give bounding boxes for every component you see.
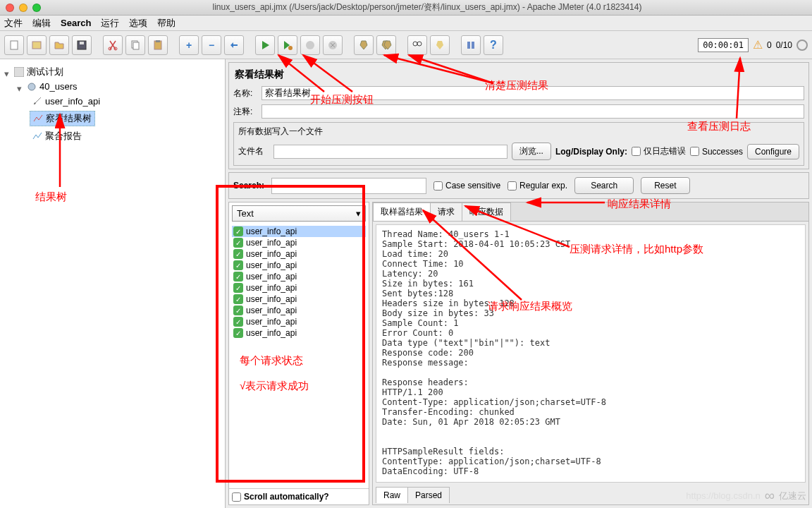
svg-rect-17: [14, 67, 24, 77]
result-item[interactable]: ✓user_info_api: [232, 327, 366, 339]
menu-run[interactable]: 运行: [101, 17, 119, 30]
svg-point-13: [413, 42, 417, 46]
copy-button[interactable]: [125, 35, 145, 55]
svg-point-18: [28, 83, 35, 90]
errors-only-checkbox[interactable]: 仅日志错误: [632, 145, 686, 157]
result-item[interactable]: ✓user_info_api: [232, 226, 366, 237]
menu-file[interactable]: 文件: [4, 17, 23, 30]
search-tree-button[interactable]: [407, 35, 427, 55]
minimize-window-icon[interactable]: [19, 4, 27, 12]
svg-rect-1: [32, 42, 41, 49]
toggle-button[interactable]: [224, 35, 244, 55]
success-icon: ✓: [233, 306, 243, 315]
configure-button[interactable]: Configure: [747, 144, 799, 159]
filename-label: 文件名: [238, 145, 269, 157]
maximize-window-icon[interactable]: [32, 4, 41, 12]
start-no-pause-button[interactable]: [278, 35, 297, 55]
svg-point-11: [306, 41, 314, 49]
tab-response-data[interactable]: 响应数据: [462, 202, 511, 221]
toolbar: + − ? 00:00:01 ⚠ 0 0/10: [0, 31, 812, 59]
tab-request[interactable]: 请求: [430, 202, 462, 221]
menu-options[interactable]: 选项: [129, 17, 147, 30]
svg-rect-9: [156, 40, 160, 42]
result-item[interactable]: ✓user_info_api: [232, 260, 366, 271]
success-icon: ✓: [233, 238, 243, 248]
menu-bar: 文件 编辑 Search 运行 选项 帮助: [0, 16, 812, 31]
help-button[interactable]: ?: [484, 35, 503, 55]
templates-button[interactable]: [27, 35, 47, 55]
search-input[interactable]: [271, 178, 426, 194]
tree-view-results: 察看结果树: [30, 111, 95, 126]
gauge-icon: [796, 40, 808, 51]
tree-thread-group: 40_users: [24, 80, 80, 92]
renderer-dropdown[interactable]: Text ▾: [232, 205, 366, 222]
tree-root: 测试计划: [11, 65, 66, 79]
detail-text[interactable]: Thread Name: 40_users 1-1 Sample Start: …: [376, 224, 806, 483]
svg-rect-0: [11, 41, 18, 49]
file-legend: 所有数据写入一个文件: [238, 126, 799, 138]
filename-input[interactable]: [273, 145, 508, 159]
result-item[interactable]: ✓user_info_api: [232, 294, 366, 305]
function-helper-button[interactable]: [461, 35, 481, 55]
start-button[interactable]: [255, 35, 275, 55]
regex-checkbox[interactable]: Regular exp.: [508, 181, 567, 190]
reset-search-button[interactable]: [430, 35, 450, 55]
reset-button[interactable]: Reset: [641, 177, 689, 194]
logdisplay-label: Log/Display Only:: [555, 147, 627, 157]
success-icon: ✓: [233, 226, 243, 236]
svg-rect-15: [467, 42, 470, 49]
titlebar: linux_users_api.jmx (/Users/jack/Desktop…: [0, 0, 812, 16]
result-item[interactable]: ✓user_info_api: [232, 237, 366, 248]
success-icon: ✓: [233, 328, 243, 338]
clear-all-button[interactable]: [376, 35, 396, 55]
cut-button[interactable]: [103, 35, 123, 55]
clear-button[interactable]: [354, 35, 374, 55]
results-list[interactable]: ✓user_info_api✓user_info_api✓user_info_a…: [229, 224, 369, 488]
thread-count: 0/10: [776, 40, 792, 50]
search-button[interactable]: Search: [574, 177, 634, 194]
success-icon: ✓: [233, 249, 243, 259]
expand-button[interactable]: +: [179, 35, 199, 55]
window-title: linux_users_api.jmx (/Users/jack/Desktop…: [48, 1, 806, 13]
save-button[interactable]: [72, 35, 92, 55]
menu-help[interactable]: 帮助: [157, 17, 176, 30]
success-icon: ✓: [233, 260, 243, 270]
tab-sampler-result[interactable]: 取样器结果: [373, 202, 431, 221]
tab-raw[interactable]: Raw: [376, 487, 408, 503]
watermark: https://blog.csdn.n ∞ 亿速云: [686, 488, 806, 504]
chevron-down-icon: ▾: [356, 208, 361, 219]
tree-aggregate-report: 聚合报告: [30, 129, 85, 143]
successes-checkbox[interactable]: Successes: [690, 147, 743, 157]
collapse-button[interactable]: −: [202, 35, 221, 55]
scroll-auto-checkbox[interactable]: Scroll automatically?: [229, 488, 369, 504]
svg-rect-16: [472, 42, 474, 49]
comment-input[interactable]: [262, 104, 804, 119]
menu-edit[interactable]: 编辑: [32, 17, 51, 30]
result-item[interactable]: ✓user_info_api: [232, 305, 366, 316]
close-window-icon[interactable]: [6, 4, 14, 12]
warning-icon[interactable]: ⚠: [753, 38, 763, 52]
success-icon: ✓: [233, 317, 243, 327]
paste-button[interactable]: [148, 35, 168, 55]
name-input[interactable]: [262, 86, 804, 100]
svg-point-14: [417, 42, 422, 46]
svg-rect-3: [80, 42, 84, 44]
stop-button[interactable]: [300, 35, 320, 55]
result-item[interactable]: ✓user_info_api: [232, 282, 366, 294]
tab-parsed[interactable]: Parsed: [407, 487, 450, 503]
success-icon: ✓: [233, 272, 243, 282]
name-label: 名称:: [233, 87, 257, 99]
svg-point-10: [288, 46, 293, 50]
result-item[interactable]: ✓user_info_api: [232, 248, 366, 260]
result-item[interactable]: ✓user_info_api: [232, 271, 366, 282]
shutdown-button[interactable]: [323, 35, 343, 55]
menu-search[interactable]: Search: [61, 18, 91, 28]
case-sensitive-checkbox[interactable]: Case sensitive: [433, 181, 500, 190]
success-icon: ✓: [233, 294, 243, 304]
browse-button[interactable]: 浏览...: [512, 143, 551, 160]
warning-count: 0: [767, 40, 772, 50]
new-button[interactable]: [4, 35, 24, 55]
test-plan-tree[interactable]: ▾测试计划 ▾40_users user_info_api 察看结果树 聚合报告: [0, 59, 226, 508]
open-button[interactable]: [49, 35, 69, 55]
result-item[interactable]: ✓user_info_api: [232, 316, 366, 327]
